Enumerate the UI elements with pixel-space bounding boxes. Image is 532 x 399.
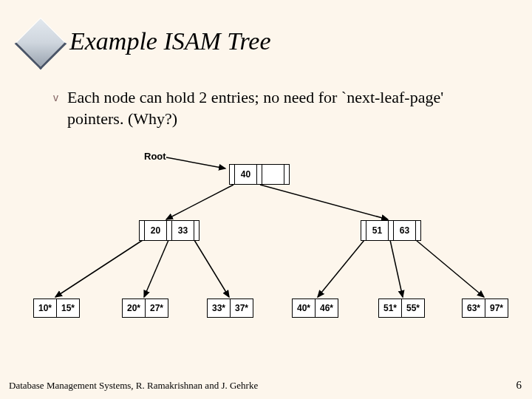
- bullet-text: Each node can hold 2 entries; no need fo…: [67, 87, 502, 129]
- leaf-node-0: 10* 15*: [33, 299, 80, 318]
- svg-line-6: [318, 240, 364, 297]
- leaf-4-cell-1: 55*: [402, 299, 424, 317]
- svg-line-7: [390, 240, 403, 297]
- leaf-0-cell-0: 10*: [34, 299, 57, 317]
- root-node: 40: [229, 164, 290, 185]
- leaf-node-4: 51* 55*: [378, 299, 425, 318]
- internal-node-right: 51 63: [361, 220, 421, 241]
- leaf-node-2: 33* 37*: [207, 299, 253, 318]
- leaf-5-cell-1: 97*: [485, 299, 508, 317]
- svg-line-1: [166, 185, 233, 219]
- svg-line-5: [194, 240, 229, 297]
- root-label: Root: [144, 151, 166, 162]
- leaf-5-cell-0: 63*: [463, 299, 485, 317]
- leaf-node-5: 63* 97*: [462, 299, 508, 318]
- svg-line-8: [416, 240, 484, 297]
- leaf-1-cell-1: 27*: [146, 299, 168, 317]
- title-row: Example ISAM Tree: [22, 21, 271, 62]
- int-right-key-1: 63: [394, 221, 416, 240]
- footer-text: Database Management Systems, R. Ramakris…: [9, 380, 523, 392]
- leaf-3-cell-1: 46*: [316, 299, 338, 317]
- leaf-1-cell-0: 20*: [123, 299, 146, 317]
- svg-line-2: [260, 185, 388, 219]
- page-number: 6: [516, 379, 522, 392]
- diamond-icon: [15, 18, 67, 70]
- leaf-node-1: 20* 27*: [122, 299, 168, 318]
- int-left-key-1: 33: [172, 221, 194, 240]
- leaf-4-cell-0: 51*: [379, 299, 402, 317]
- leaf-3-cell-0: 40*: [293, 299, 316, 317]
- int-right-key-0: 51: [366, 221, 389, 240]
- leaf-2-cell-1: 37*: [231, 299, 253, 317]
- root-key-0: 40: [235, 165, 257, 184]
- leaf-0-cell-1: 15*: [57, 299, 79, 317]
- root-key-1: [262, 165, 284, 184]
- internal-node-left: 20 33: [139, 220, 200, 241]
- svg-line-4: [144, 240, 168, 297]
- svg-line-3: [55, 240, 143, 297]
- leaf-2-cell-0: 33*: [208, 299, 231, 317]
- slide-title: Example ISAM Tree: [69, 27, 271, 55]
- svg-line-0: [166, 157, 225, 168]
- bullet-marker: v: [53, 92, 58, 103]
- int-left-key-0: 20: [145, 221, 167, 240]
- tree-diagram: Root 40 20 33 51: [0, 148, 532, 340]
- leaf-node-3: 40* 46*: [292, 299, 338, 318]
- slide: Example ISAM Tree v Each node can hold 2…: [0, 0, 532, 399]
- bullet-row: v Each node can hold 2 entries; no need …: [53, 87, 502, 129]
